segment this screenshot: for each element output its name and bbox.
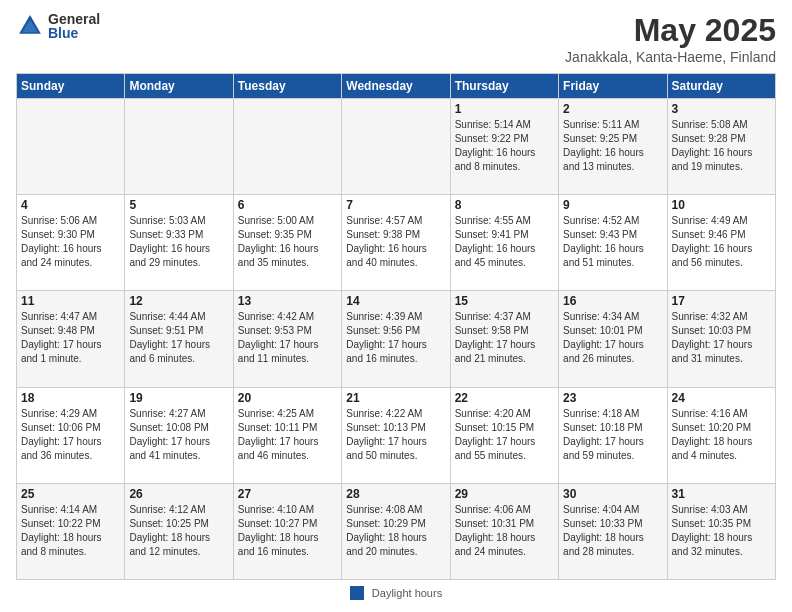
- calendar-cell: 4Sunrise: 5:06 AMSunset: 9:30 PMDaylight…: [17, 195, 125, 291]
- day-number: 21: [346, 391, 445, 405]
- day-info: Sunrise: 4:16 AMSunset: 10:20 PMDaylight…: [672, 407, 771, 463]
- day-info: Sunrise: 5:14 AMSunset: 9:22 PMDaylight:…: [455, 118, 554, 174]
- day-number: 7: [346, 198, 445, 212]
- calendar-cell: 20Sunrise: 4:25 AMSunset: 10:11 PMDaylig…: [233, 387, 341, 483]
- day-number: 14: [346, 294, 445, 308]
- calendar-week-row: 1Sunrise: 5:14 AMSunset: 9:22 PMDaylight…: [17, 99, 776, 195]
- calendar-cell: 18Sunrise: 4:29 AMSunset: 10:06 PMDaylig…: [17, 387, 125, 483]
- calendar-week-row: 25Sunrise: 4:14 AMSunset: 10:22 PMDaylig…: [17, 483, 776, 579]
- day-info: Sunrise: 4:44 AMSunset: 9:51 PMDaylight:…: [129, 310, 228, 366]
- day-info: Sunrise: 4:47 AMSunset: 9:48 PMDaylight:…: [21, 310, 120, 366]
- header: General Blue May 2025 Janakkala, Kanta-H…: [16, 12, 776, 65]
- calendar-cell: 29Sunrise: 4:06 AMSunset: 10:31 PMDaylig…: [450, 483, 558, 579]
- day-info: Sunrise: 4:25 AMSunset: 10:11 PMDaylight…: [238, 407, 337, 463]
- logo-icon: [16, 12, 44, 40]
- calendar-cell: 5Sunrise: 5:03 AMSunset: 9:33 PMDaylight…: [125, 195, 233, 291]
- day-number: 12: [129, 294, 228, 308]
- logo-text: General Blue: [48, 12, 100, 40]
- day-info: Sunrise: 5:11 AMSunset: 9:25 PMDaylight:…: [563, 118, 662, 174]
- day-info: Sunrise: 4:27 AMSunset: 10:08 PMDaylight…: [129, 407, 228, 463]
- calendar-header-row: SundayMondayTuesdayWednesdayThursdayFrid…: [17, 74, 776, 99]
- main-title: May 2025: [565, 12, 776, 49]
- calendar-cell: 12Sunrise: 4:44 AMSunset: 9:51 PMDayligh…: [125, 291, 233, 387]
- day-number: 24: [672, 391, 771, 405]
- calendar-header-saturday: Saturday: [667, 74, 775, 99]
- calendar-week-row: 4Sunrise: 5:06 AMSunset: 9:30 PMDaylight…: [17, 195, 776, 291]
- day-number: 20: [238, 391, 337, 405]
- day-number: 29: [455, 487, 554, 501]
- calendar-cell: 21Sunrise: 4:22 AMSunset: 10:13 PMDaylig…: [342, 387, 450, 483]
- day-number: 13: [238, 294, 337, 308]
- day-info: Sunrise: 4:32 AMSunset: 10:03 PMDaylight…: [672, 310, 771, 366]
- calendar-cell: 2Sunrise: 5:11 AMSunset: 9:25 PMDaylight…: [559, 99, 667, 195]
- calendar-cell: 25Sunrise: 4:14 AMSunset: 10:22 PMDaylig…: [17, 483, 125, 579]
- calendar-cell: 24Sunrise: 4:16 AMSunset: 10:20 PMDaylig…: [667, 387, 775, 483]
- legend-label: Daylight hours: [372, 587, 442, 599]
- day-number: 28: [346, 487, 445, 501]
- day-number: 10: [672, 198, 771, 212]
- day-number: 5: [129, 198, 228, 212]
- calendar-cell: 13Sunrise: 4:42 AMSunset: 9:53 PMDayligh…: [233, 291, 341, 387]
- day-info: Sunrise: 5:08 AMSunset: 9:28 PMDaylight:…: [672, 118, 771, 174]
- day-number: 4: [21, 198, 120, 212]
- calendar-cell: 10Sunrise: 4:49 AMSunset: 9:46 PMDayligh…: [667, 195, 775, 291]
- calendar-cell: [233, 99, 341, 195]
- calendar-cell: [125, 99, 233, 195]
- legend-box: [350, 586, 364, 600]
- day-number: 25: [21, 487, 120, 501]
- day-info: Sunrise: 4:34 AMSunset: 10:01 PMDaylight…: [563, 310, 662, 366]
- logo-blue-text: Blue: [48, 26, 100, 40]
- day-number: 9: [563, 198, 662, 212]
- day-number: 1: [455, 102, 554, 116]
- day-number: 6: [238, 198, 337, 212]
- calendar-cell: 19Sunrise: 4:27 AMSunset: 10:08 PMDaylig…: [125, 387, 233, 483]
- day-number: 19: [129, 391, 228, 405]
- day-info: Sunrise: 4:37 AMSunset: 9:58 PMDaylight:…: [455, 310, 554, 366]
- day-info: Sunrise: 4:55 AMSunset: 9:41 PMDaylight:…: [455, 214, 554, 270]
- day-info: Sunrise: 4:49 AMSunset: 9:46 PMDaylight:…: [672, 214, 771, 270]
- title-block: May 2025 Janakkala, Kanta-Haeme, Finland: [565, 12, 776, 65]
- calendar-cell: 3Sunrise: 5:08 AMSunset: 9:28 PMDaylight…: [667, 99, 775, 195]
- calendar-cell: 1Sunrise: 5:14 AMSunset: 9:22 PMDaylight…: [450, 99, 558, 195]
- day-info: Sunrise: 4:04 AMSunset: 10:33 PMDaylight…: [563, 503, 662, 559]
- day-number: 3: [672, 102, 771, 116]
- calendar-cell: 27Sunrise: 4:10 AMSunset: 10:27 PMDaylig…: [233, 483, 341, 579]
- calendar-cell: 17Sunrise: 4:32 AMSunset: 10:03 PMDaylig…: [667, 291, 775, 387]
- logo: General Blue: [16, 12, 100, 40]
- subtitle: Janakkala, Kanta-Haeme, Finland: [565, 49, 776, 65]
- calendar-header-sunday: Sunday: [17, 74, 125, 99]
- day-number: 2: [563, 102, 662, 116]
- calendar-cell: 6Sunrise: 5:00 AMSunset: 9:35 PMDaylight…: [233, 195, 341, 291]
- day-number: 31: [672, 487, 771, 501]
- day-number: 27: [238, 487, 337, 501]
- calendar-week-row: 18Sunrise: 4:29 AMSunset: 10:06 PMDaylig…: [17, 387, 776, 483]
- day-info: Sunrise: 5:06 AMSunset: 9:30 PMDaylight:…: [21, 214, 120, 270]
- day-info: Sunrise: 4:06 AMSunset: 10:31 PMDaylight…: [455, 503, 554, 559]
- day-number: 11: [21, 294, 120, 308]
- calendar-header-thursday: Thursday: [450, 74, 558, 99]
- calendar-header-monday: Monday: [125, 74, 233, 99]
- day-number: 8: [455, 198, 554, 212]
- day-info: Sunrise: 4:42 AMSunset: 9:53 PMDaylight:…: [238, 310, 337, 366]
- calendar-cell: [342, 99, 450, 195]
- calendar-week-row: 11Sunrise: 4:47 AMSunset: 9:48 PMDayligh…: [17, 291, 776, 387]
- calendar-cell: 22Sunrise: 4:20 AMSunset: 10:15 PMDaylig…: [450, 387, 558, 483]
- day-info: Sunrise: 4:57 AMSunset: 9:38 PMDaylight:…: [346, 214, 445, 270]
- day-info: Sunrise: 4:08 AMSunset: 10:29 PMDaylight…: [346, 503, 445, 559]
- day-number: 30: [563, 487, 662, 501]
- day-number: 23: [563, 391, 662, 405]
- calendar-header-friday: Friday: [559, 74, 667, 99]
- calendar-header-wednesday: Wednesday: [342, 74, 450, 99]
- calendar-cell: 11Sunrise: 4:47 AMSunset: 9:48 PMDayligh…: [17, 291, 125, 387]
- day-info: Sunrise: 4:20 AMSunset: 10:15 PMDaylight…: [455, 407, 554, 463]
- day-info: Sunrise: 4:12 AMSunset: 10:25 PMDaylight…: [129, 503, 228, 559]
- day-number: 16: [563, 294, 662, 308]
- day-info: Sunrise: 5:00 AMSunset: 9:35 PMDaylight:…: [238, 214, 337, 270]
- day-info: Sunrise: 4:18 AMSunset: 10:18 PMDaylight…: [563, 407, 662, 463]
- footer: Daylight hours: [16, 586, 776, 600]
- day-info: Sunrise: 4:10 AMSunset: 10:27 PMDaylight…: [238, 503, 337, 559]
- calendar-cell: 7Sunrise: 4:57 AMSunset: 9:38 PMDaylight…: [342, 195, 450, 291]
- calendar-header-tuesday: Tuesday: [233, 74, 341, 99]
- calendar-cell: 8Sunrise: 4:55 AMSunset: 9:41 PMDaylight…: [450, 195, 558, 291]
- day-number: 18: [21, 391, 120, 405]
